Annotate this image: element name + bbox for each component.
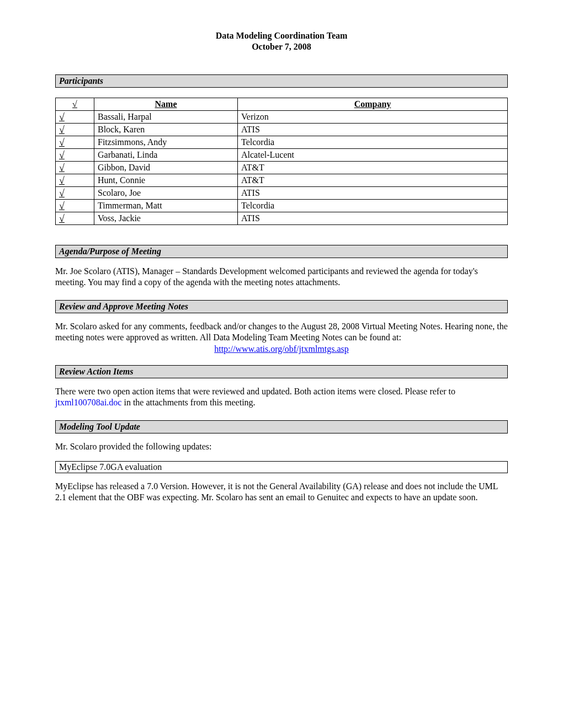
name-cell: Timmerman, Matt [94, 200, 238, 212]
modeling-tool-section-title: Modeling Tool Update [55, 420, 508, 433]
name-cell: Voss, Jackie [94, 212, 238, 225]
review-actions-paragraph: There were two open action items that we… [55, 386, 508, 408]
name-cell: Bassali, Harpal [94, 111, 238, 124]
document-page: Data Modeling Coordination Team October … [0, 0, 563, 545]
company-cell: AT&T [238, 174, 508, 187]
company-cell: Verizon [238, 111, 508, 124]
table-row: √Hunt, ConnieAT&T [56, 174, 508, 187]
action-items-file-link[interactable]: jtxml100708ai.doc [55, 398, 121, 407]
col-check-header: √ [56, 98, 94, 111]
check-cell: √ [56, 212, 94, 225]
table-row: √Garbanati, LindaAlcatel-Lucent [56, 149, 508, 162]
company-cell: AT&T [238, 162, 508, 174]
company-cell: Telcordia [238, 200, 508, 212]
check-cell: √ [56, 200, 94, 212]
review-notes-section-title: Review and Approve Meeting Notes [55, 300, 508, 313]
modeling-tool-intro: Mr. Scolaro provided the following updat… [55, 441, 508, 452]
review-actions-text-2: in the attachments from this meeting. [121, 398, 255, 407]
check-cell: √ [56, 187, 94, 200]
table-row: √Timmerman, MattTelcordia [56, 200, 508, 212]
table-row: √Bassali, HarpalVerizon [56, 111, 508, 124]
table-row: √Voss, JackieATIS [56, 212, 508, 225]
name-cell: Block, Karen [94, 124, 238, 136]
check-cell: √ [56, 136, 94, 149]
company-cell: Telcordia [238, 136, 508, 149]
name-cell: Garbanati, Linda [94, 149, 238, 162]
header-date: October 7, 2008 [55, 41, 508, 52]
participants-section-title: Participants [55, 74, 508, 88]
col-name-header: Name [94, 98, 238, 111]
company-cell: ATIS [238, 187, 508, 200]
review-notes-paragraph: Mr. Scolaro asked for any comments, feed… [55, 321, 508, 343]
check-cell: √ [56, 174, 94, 187]
table-row: √Scolaro, JoeATIS [56, 187, 508, 200]
col-company-header: Company [238, 98, 508, 111]
name-cell: Hunt, Connie [94, 174, 238, 187]
company-cell: Alcatel-Lucent [238, 149, 508, 162]
name-cell: Gibbon, David [94, 162, 238, 174]
check-cell: √ [56, 124, 94, 136]
document-header: Data Modeling Coordination Team October … [55, 30, 508, 52]
table-row: √Block, KarenATIS [56, 124, 508, 136]
name-cell: Scolaro, Joe [94, 187, 238, 200]
participants-header-row: √ Name Company [56, 98, 508, 111]
company-cell: ATIS [238, 124, 508, 136]
table-row: √Gibbon, DavidAT&T [56, 162, 508, 174]
company-cell: ATIS [238, 212, 508, 225]
check-cell: √ [56, 149, 94, 162]
check-cell: √ [56, 111, 94, 124]
review-actions-text-1: There were two open action items that we… [55, 387, 455, 396]
name-cell: Fitzsimmons, Andy [94, 136, 238, 149]
review-notes-link-row: http://www.atis.org/obf/jtxmlmtgs.asp [55, 344, 508, 354]
table-row: √Fitzsimmons, AndyTelcordia [56, 136, 508, 149]
agenda-section-title: Agenda/Purpose of Meeting [55, 245, 508, 258]
meeting-notes-link[interactable]: http://www.atis.org/obf/jtxmlmtgs.asp [214, 344, 349, 354]
myeclipse-subsection-title: MyEclipse 7.0GA evaluation [55, 461, 508, 473]
header-title: Data Modeling Coordination Team [55, 30, 508, 41]
check-cell: √ [56, 162, 94, 174]
participants-table: √ Name Company √Bassali, HarpalVerizon√B… [55, 98, 508, 225]
myeclipse-paragraph: MyEclipse has released a 7.0 Version. Ho… [55, 481, 508, 503]
review-actions-section-title: Review Action Items [55, 365, 508, 378]
agenda-paragraph: Mr. Joe Scolaro (ATIS), Manager – Standa… [55, 266, 508, 288]
